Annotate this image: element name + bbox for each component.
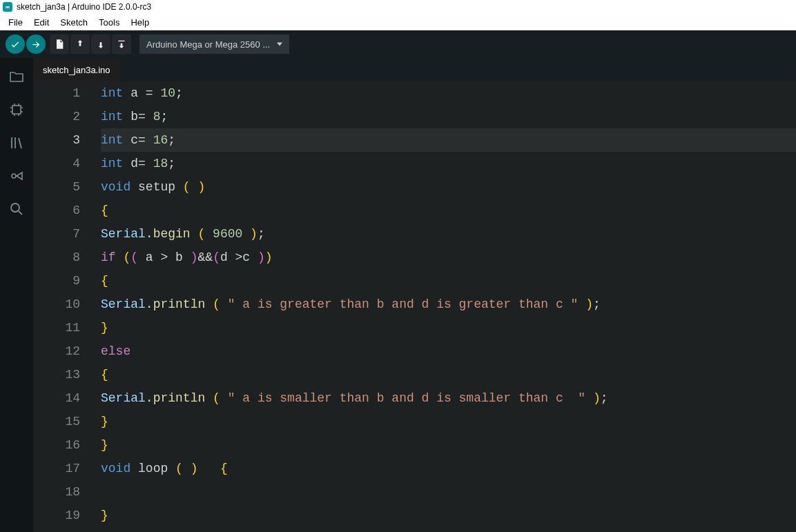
code-line[interactable]: void loop ( ) { xyxy=(101,457,796,480)
line-number: 11 xyxy=(33,316,80,339)
code-line[interactable]: { xyxy=(101,199,796,222)
code-line[interactable]: Serial.begin ( 9600 ); xyxy=(101,222,796,246)
sidebar-boards-manager[interactable] xyxy=(6,99,27,120)
library-icon xyxy=(8,135,25,151)
code-line[interactable]: int a = 10; xyxy=(101,81,796,105)
toolbar: Arduino Mega or Mega 2560 ... xyxy=(0,30,796,58)
editor-tabs: sketch_jan3a.ino xyxy=(33,58,796,81)
sidebar-search[interactable] xyxy=(6,199,27,219)
code-line[interactable]: else xyxy=(101,339,796,363)
menu-file[interactable]: File xyxy=(3,16,28,29)
menu-sketch[interactable]: Sketch xyxy=(55,16,93,29)
arrow-down-icon xyxy=(95,39,106,50)
line-number-gutter: 12345678910111213141516171819 xyxy=(33,81,95,532)
code-line[interactable]: } xyxy=(101,410,796,433)
upload-button[interactable] xyxy=(26,35,46,54)
main-area: sketch_jan3a.ino 12345678910111213141516… xyxy=(0,58,796,532)
code-line[interactable]: void setup ( ) xyxy=(101,175,796,199)
verify-button[interactable] xyxy=(6,35,25,54)
code-editor[interactable]: 12345678910111213141516171819 int a = 10… xyxy=(33,81,796,532)
code-line[interactable] xyxy=(101,480,796,504)
menubar: File Edit Sketch Tools Help xyxy=(0,14,796,30)
code-line[interactable]: } xyxy=(101,504,796,527)
line-number: 7 xyxy=(33,222,80,246)
line-number: 18 xyxy=(33,480,80,504)
serial-monitor-button[interactable] xyxy=(112,35,131,54)
line-number: 2 xyxy=(33,105,80,128)
new-sketch-button[interactable] xyxy=(50,35,69,54)
code-line[interactable]: } xyxy=(101,433,796,457)
tab-sketch[interactable]: sketch_jan3a.ino xyxy=(33,58,120,81)
line-number: 19 xyxy=(33,504,80,527)
code-line[interactable]: if (( a > b )&&(d >c )) xyxy=(101,246,796,269)
open-sketch-button[interactable] xyxy=(70,35,90,54)
chip-icon xyxy=(8,101,25,118)
code-line[interactable]: Serial.println ( " a is smaller than b a… xyxy=(101,386,796,410)
code-line[interactable]: int d= 18; xyxy=(101,152,796,175)
arduino-app-icon: ∞ xyxy=(3,2,12,12)
line-number: 5 xyxy=(33,175,80,199)
line-number: 3 xyxy=(33,128,80,152)
board-selector[interactable]: Arduino Mega or Mega 2560 ... xyxy=(139,35,289,54)
sidebar-library-manager[interactable] xyxy=(6,132,27,153)
folder-up-icon xyxy=(75,39,86,50)
sidebar-explorer[interactable] xyxy=(6,66,27,87)
line-number: 10 xyxy=(33,293,80,316)
window-title: sketch_jan3a | Arduino IDE 2.0.0-rc3 xyxy=(17,2,151,12)
menu-help[interactable]: Help xyxy=(125,16,155,29)
line-number: 1 xyxy=(33,81,80,105)
line-number: 9 xyxy=(33,269,80,293)
svg-rect-0 xyxy=(12,106,21,114)
line-number: 15 xyxy=(33,410,80,433)
line-number: 6 xyxy=(33,199,80,222)
svg-point-1 xyxy=(12,174,16,178)
line-number: 8 xyxy=(33,246,80,269)
line-number: 12 xyxy=(33,339,80,363)
file-icon xyxy=(54,39,65,50)
code-line[interactable]: int c= 16; xyxy=(101,128,796,152)
search-icon xyxy=(8,201,25,217)
download-board-icon xyxy=(116,39,127,50)
menu-tools[interactable]: Tools xyxy=(93,16,125,29)
code-content[interactable]: int a = 10;int b= 8;int c= 16;int d= 18;… xyxy=(95,81,796,532)
code-line[interactable]: { xyxy=(101,363,796,386)
code-line[interactable]: } xyxy=(101,316,796,339)
code-line[interactable]: int b= 8; xyxy=(101,105,796,128)
line-number: 17 xyxy=(33,457,80,480)
folder-icon xyxy=(8,68,25,85)
code-line[interactable]: { xyxy=(101,269,796,293)
line-number: 4 xyxy=(33,152,80,175)
code-line[interactable]: Serial.println ( " a is greater than b a… xyxy=(101,293,796,316)
menu-edit[interactable]: Edit xyxy=(28,16,55,29)
sidebar-debug[interactable] xyxy=(6,166,27,186)
line-number: 14 xyxy=(33,386,80,410)
tab-label: sketch_jan3a.ino xyxy=(43,65,110,75)
debug-icon xyxy=(8,168,25,184)
line-number: 13 xyxy=(33,363,80,386)
check-icon xyxy=(10,39,21,50)
svg-point-2 xyxy=(11,204,19,212)
board-selector-label: Arduino Mega or Mega 2560 ... xyxy=(146,39,270,50)
arrow-right-icon xyxy=(30,39,41,50)
window-titlebar: ∞ sketch_jan3a | Arduino IDE 2.0.0-rc3 xyxy=(0,0,796,14)
activity-bar xyxy=(0,58,33,532)
editor-area: sketch_jan3a.ino 12345678910111213141516… xyxy=(33,58,796,532)
line-number: 16 xyxy=(33,433,80,457)
save-sketch-button[interactable] xyxy=(91,35,110,54)
